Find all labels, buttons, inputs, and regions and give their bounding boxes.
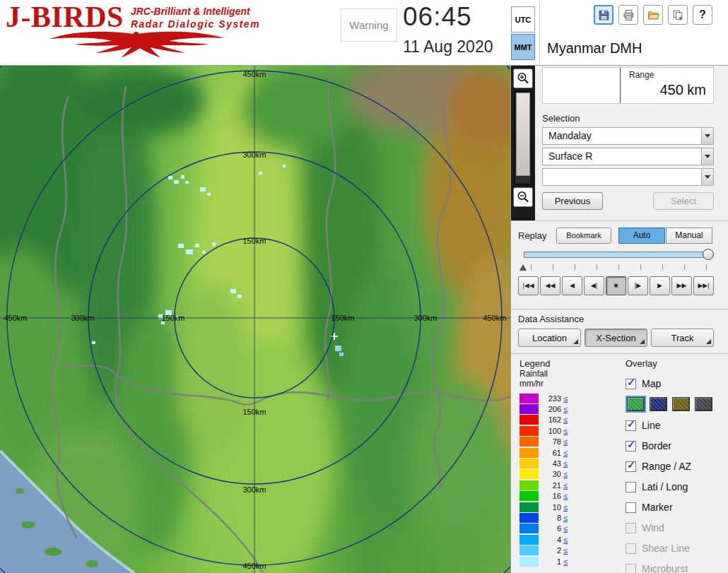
legend-le-link[interactable]: ≤ xyxy=(563,514,568,522)
overlay-item-shear-line[interactable]: Shear Line xyxy=(626,540,728,557)
app-subtitle-line1: JRC-Brilliant & Intelligent xyxy=(131,6,260,18)
legend-le-link[interactable]: ≤ xyxy=(563,524,568,533)
legend-le-link[interactable]: ≤ xyxy=(563,470,568,478)
checkbox-lati-long[interactable] xyxy=(626,482,636,492)
checkbox-border[interactable]: ✓ xyxy=(626,441,636,451)
legend-le-link[interactable]: ≤ xyxy=(563,546,568,555)
overlay-items: ✓Map✓Line✓Border✓Range / AZLati / LongMa… xyxy=(626,375,728,573)
previous-button[interactable]: Previous xyxy=(542,192,603,210)
first-frame-button[interactable]: |◀◀ xyxy=(518,276,539,295)
selection-dropdown-2[interactable]: Surface R xyxy=(542,148,714,165)
legend-le-link[interactable]: ≤ xyxy=(563,394,568,403)
timeline-start-marker-icon xyxy=(519,264,527,271)
legend-le-link[interactable]: ≤ xyxy=(563,492,568,500)
zoom-slider-thumb[interactable] xyxy=(516,93,530,176)
legend-le-link[interactable]: ≤ xyxy=(563,459,568,468)
timeline-thumb[interactable] xyxy=(703,249,714,260)
legend-le-link[interactable]: ≤ xyxy=(563,405,568,413)
overlay-item-map[interactable]: ✓Map xyxy=(626,375,728,392)
dropdown-arrow-button[interactable] xyxy=(701,169,713,185)
open-folder-button[interactable] xyxy=(643,5,663,25)
warning-status[interactable]: Warning xyxy=(341,8,397,42)
play-button[interactable]: ▶ xyxy=(650,276,670,295)
legend-le-link[interactable]: ≤ xyxy=(563,481,568,490)
check-icon: ✓ xyxy=(627,439,635,450)
overlay-item-range-az[interactable]: ✓Range / AZ xyxy=(626,458,728,475)
legend-le-link[interactable]: ≤ xyxy=(563,536,568,544)
legend-value: 1 xyxy=(544,557,561,566)
overlay-item-line[interactable]: ✓Line xyxy=(626,417,728,434)
bookmark-button[interactable]: Bookmark xyxy=(556,228,611,244)
dropdown-arrow-button[interactable] xyxy=(701,128,713,144)
legend-panel: Legend Rainfall mm/hr 233≤206≤162≤100≤78… xyxy=(511,358,623,573)
dropdown-arrow-button[interactable] xyxy=(701,148,713,165)
radar-map[interactable]: 450km300km150km150km300km450km450km300km… xyxy=(0,66,510,573)
range-ring-label: 450km xyxy=(242,562,266,570)
selection-label: Selection xyxy=(542,113,714,124)
checkbox-shear-line[interactable] xyxy=(626,543,636,554)
print-icon xyxy=(623,9,635,21)
checkbox-microburst[interactable] xyxy=(626,564,636,573)
map-color-swatch-charcoal[interactable] xyxy=(695,397,712,411)
legend-le-link[interactable]: ≤ xyxy=(563,427,568,435)
timezone-mmt-button[interactable]: MMT xyxy=(511,34,535,60)
location-button[interactable]: Location xyxy=(518,329,581,347)
overlay-item-wind[interactable]: Wind xyxy=(626,519,728,536)
map-color-swatch-olive[interactable] xyxy=(672,397,690,411)
zoom-slider[interactable] xyxy=(515,91,532,184)
timeline-track[interactable] xyxy=(524,252,710,258)
legend-unit-mmhr: mm/hr xyxy=(519,379,623,389)
fast-rewind-button[interactable]: ◀◀ xyxy=(540,276,560,295)
selection-dropdown-3[interactable] xyxy=(542,168,714,186)
fast-forward-button[interactable]: ▶▶ xyxy=(671,276,692,295)
legend-row: 10≤ xyxy=(519,502,623,512)
track-button[interactable]: Track xyxy=(651,329,714,347)
radar-map-viewport[interactable]: 450km300km150km150km300km450km450km300km… xyxy=(0,66,510,573)
replay-timeline-slider[interactable] xyxy=(518,252,714,261)
print-button[interactable] xyxy=(618,5,638,25)
help-button[interactable]: ? xyxy=(693,5,712,25)
range-ring-label: 450km xyxy=(242,70,266,78)
checkbox-line[interactable]: ✓ xyxy=(626,420,636,431)
range-ring-label: 150km xyxy=(161,314,184,322)
checkbox-marker[interactable] xyxy=(626,502,636,513)
checkbox-range-az[interactable]: ✓ xyxy=(626,461,636,472)
select-button[interactable]: Select xyxy=(653,192,714,210)
export-button[interactable] xyxy=(668,5,688,25)
overlay-item-lati-long[interactable]: Lati / Long xyxy=(626,478,728,495)
range-ring-label: 450km xyxy=(483,314,506,322)
overlay-item-label: Microburst xyxy=(642,563,688,573)
legend-le-link[interactable]: ≤ xyxy=(563,557,568,566)
legend-le-link[interactable]: ≤ xyxy=(563,437,568,446)
zoom-in-button[interactable] xyxy=(513,69,533,88)
overlay-item-microburst[interactable]: Microburst xyxy=(626,560,728,573)
checkbox-map[interactable]: ✓ xyxy=(626,379,636,389)
legend-le-link[interactable]: ≤ xyxy=(563,503,568,512)
step-back-button[interactable]: ◀| xyxy=(584,276,604,295)
manual-mode-button[interactable]: Manual xyxy=(666,228,712,244)
auto-mode-button[interactable]: Auto xyxy=(618,228,665,244)
map-color-swatch-green[interactable] xyxy=(627,397,645,411)
replay-label: Replay xyxy=(518,230,551,241)
save-button[interactable] xyxy=(594,5,613,25)
legend-color-swatch xyxy=(519,459,539,468)
last-frame-button[interactable]: ▶▶| xyxy=(693,276,714,295)
timeline-progress xyxy=(524,252,709,257)
map-color-swatch-navy[interactable] xyxy=(650,397,667,411)
legend-value: 78 xyxy=(544,437,561,446)
legend-le-link[interactable]: ≤ xyxy=(563,415,568,424)
play-reverse-button[interactable]: ◀ xyxy=(562,276,582,295)
step-forward-button[interactable]: |▶ xyxy=(628,276,648,295)
overlay-item-marker[interactable]: Marker xyxy=(626,499,728,516)
stop-button[interactable]: ■ xyxy=(606,276,626,295)
x-section-button[interactable]: X-Section xyxy=(585,329,647,347)
zoom-in-icon xyxy=(516,71,530,85)
checkbox-wind[interactable] xyxy=(626,523,636,533)
range-value: 450 km xyxy=(629,82,706,98)
overlay-item-border[interactable]: ✓Border xyxy=(626,437,728,454)
zoom-out-button[interactable] xyxy=(513,187,533,207)
selection-dropdown-1[interactable]: Mandalay xyxy=(542,127,714,145)
selection-panel: Range 450 km Selection MandalaySurface R… xyxy=(535,66,728,220)
legend-le-link[interactable]: ≤ xyxy=(563,449,568,457)
timezone-utc-button[interactable]: UTC xyxy=(511,6,535,33)
